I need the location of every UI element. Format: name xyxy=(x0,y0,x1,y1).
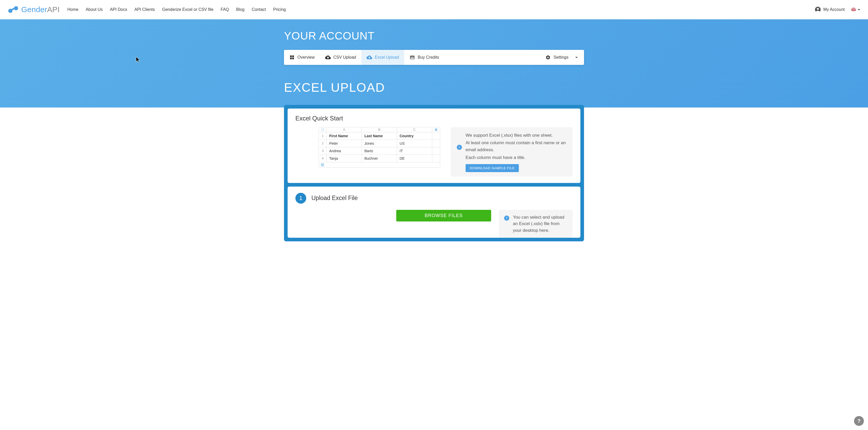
step-number-badge: 1 xyxy=(296,193,306,204)
top-header: GenderAPI Home About Us API Docs API Cli… xyxy=(0,0,868,20)
tab-csv-upload[interactable]: CSV Upload xyxy=(320,50,361,65)
page-title: YOUR ACCOUNT xyxy=(284,30,584,42)
pause-icon xyxy=(432,127,440,132)
row-num: 2 xyxy=(319,140,327,147)
row-num: 4 xyxy=(319,155,327,162)
sheet-cell: Peter xyxy=(327,140,362,147)
svg-rect-5 xyxy=(290,56,292,57)
sheet-cell: IT xyxy=(397,147,432,155)
sheet-cell: Buchner xyxy=(362,155,397,162)
tab-overview[interactable]: Overview xyxy=(284,50,320,65)
sheet-cell: Country xyxy=(397,132,432,139)
browse-files-button[interactable]: BROWSE FILES xyxy=(396,210,491,222)
hero-section: YOUR ACCOUNT Overview CSV Upload Excel U… xyxy=(0,20,868,107)
section-title: EXCEL UPLOAD xyxy=(284,80,584,95)
nav-blog[interactable]: Blog xyxy=(236,7,244,12)
download-sample-button[interactable]: DOWNLOAD SAMPLE FILE xyxy=(466,164,519,172)
chevron-down-icon xyxy=(575,57,578,58)
svg-rect-7 xyxy=(290,58,292,60)
col-header-c: C xyxy=(397,127,432,132)
svg-point-4 xyxy=(817,8,819,10)
sheet-cell: Andrea xyxy=(327,147,362,155)
svg-rect-2 xyxy=(11,7,15,10)
chevron-down-icon xyxy=(858,9,860,10)
account-tabs: Overview CSV Upload Excel Upload Buy Cre… xyxy=(284,50,584,65)
svg-rect-8 xyxy=(292,58,294,60)
info-panel: i We support Excel (.xlsx) files with on… xyxy=(451,127,572,177)
step-title: Upload Excel File xyxy=(311,195,358,202)
tab-settings-label: Settings xyxy=(554,55,568,60)
row-num: 1 xyxy=(319,132,327,139)
sheet-cell: Tanja xyxy=(327,155,362,162)
info-icon: i xyxy=(457,145,462,150)
credit-card-icon xyxy=(409,55,415,60)
tab-csv-upload-label: CSV Upload xyxy=(333,55,356,60)
sheet-cell: First Name xyxy=(327,132,362,139)
quick-start-title: Excel Quick Start xyxy=(296,115,572,122)
logo-icon xyxy=(8,6,19,13)
flag-us-icon xyxy=(851,8,856,11)
menu-icon xyxy=(321,164,324,166)
info-line: Each column must have a title. xyxy=(466,154,566,161)
svg-point-1 xyxy=(14,6,18,10)
nav-faq[interactable]: FAQ xyxy=(221,7,229,12)
sheet-circle-icon xyxy=(321,128,324,131)
tab-excel-upload[interactable]: Excel Upload xyxy=(361,50,404,65)
gear-icon xyxy=(545,55,551,60)
main-nav: Home About Us API Docs API Clients Gende… xyxy=(67,7,286,12)
svg-rect-6 xyxy=(292,56,294,57)
tab-overview-label: Overview xyxy=(298,55,315,60)
upload-info-text: You can select and upload an Excel (.xsl… xyxy=(513,214,567,234)
my-account-label: My Account xyxy=(823,7,845,12)
cloud-upload-icon xyxy=(325,55,331,60)
info-line: We support Excel (.xlsx) files with one … xyxy=(466,132,566,139)
sheet-cell: US xyxy=(397,140,432,147)
account-icon xyxy=(815,7,821,12)
sheet-cell: Jones xyxy=(362,140,397,147)
sheet-cell: Last Name xyxy=(362,132,397,139)
my-account-link[interactable]: My Account xyxy=(815,7,845,12)
quick-start-card: Excel Quick Start A B C 1 First Name Las… xyxy=(288,108,580,183)
tab-buy-credits[interactable]: Buy Credits xyxy=(404,50,444,65)
nav-home[interactable]: Home xyxy=(67,7,79,12)
upload-info-panel: i You can select and upload an Excel (.x… xyxy=(499,210,572,238)
info-line: At least one column must contain a first… xyxy=(466,139,566,153)
cloud-upload-icon xyxy=(367,55,372,60)
logo[interactable]: GenderAPI xyxy=(8,5,60,14)
nav-pricing[interactable]: Pricing xyxy=(273,7,286,12)
tab-buy-credits-label: Buy Credits xyxy=(418,55,439,60)
spreadsheet-preview: A B C 1 First Name Last Name Country 2 xyxy=(319,127,440,168)
sheet-cell: DE xyxy=(397,155,432,162)
upload-step-card: 1 Upload Excel File BROWSE FILES i You c… xyxy=(288,187,580,238)
info-icon: i xyxy=(504,216,509,221)
logo-text: GenderAPI xyxy=(21,5,60,14)
sheet-cell: Barto xyxy=(362,147,397,155)
dashboard-icon xyxy=(289,55,295,60)
nav-about[interactable]: About Us xyxy=(86,7,103,12)
nav-contact[interactable]: Contact xyxy=(252,7,266,12)
nav-api-clients[interactable]: API Clients xyxy=(134,7,155,12)
tab-settings[interactable]: Settings xyxy=(540,50,584,65)
nav-genderize[interactable]: Genderize Excel or CSV file xyxy=(162,7,213,12)
tab-excel-upload-label: Excel Upload xyxy=(375,55,399,60)
col-header-b: B xyxy=(362,127,397,132)
content-area: Excel Quick Start A B C 1 First Name Las… xyxy=(284,105,584,241)
col-header-a: A xyxy=(327,127,362,132)
nav-api-docs[interactable]: API Docs xyxy=(110,7,127,12)
language-selector[interactable] xyxy=(851,8,860,11)
row-num: 3 xyxy=(319,147,327,155)
